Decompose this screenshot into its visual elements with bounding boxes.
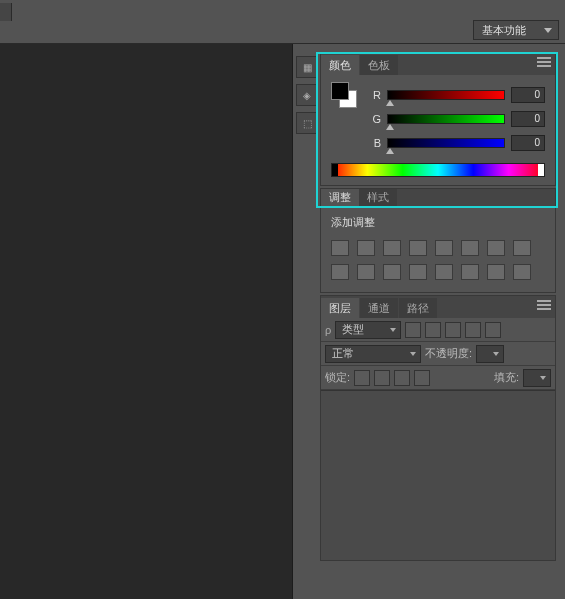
layers-blend-row: 正常 不透明度: (321, 342, 555, 366)
layers-lock-row: 锁定: 填充: (321, 366, 555, 390)
layers-filter-row: ρ 类型 (321, 318, 555, 342)
doc-tab-stub[interactable] (0, 3, 12, 21)
adjustments-panel: 调整 样式 添加调整 (320, 188, 556, 293)
lock-transparent-icon[interactable] (354, 370, 370, 386)
dock-icon-1[interactable]: ▦ (296, 56, 318, 78)
blend-mode-dropdown[interactable]: 正常 (325, 345, 421, 363)
selective-color-icon[interactable] (513, 264, 531, 280)
tab-paths[interactable]: 路径 (399, 298, 437, 318)
bw-icon[interactable] (513, 240, 531, 256)
filter-shape-icon[interactable] (465, 322, 481, 338)
fg-bg-swatch[interactable] (331, 82, 357, 108)
top-bar: 基本功能 (0, 0, 565, 44)
fill-input[interactable] (523, 369, 551, 387)
levels-icon[interactable] (357, 240, 375, 256)
brightness-contrast-icon[interactable] (331, 240, 349, 256)
exposure-icon[interactable] (409, 240, 427, 256)
vibrance-icon[interactable] (435, 240, 453, 256)
filter-adjust-icon[interactable] (425, 322, 441, 338)
b-channel-row: B 0 (331, 131, 545, 155)
color-balance-icon[interactable] (487, 240, 505, 256)
invert-icon[interactable] (409, 264, 427, 280)
r-slider[interactable] (387, 90, 505, 100)
channel-mixer-icon[interactable] (357, 264, 375, 280)
canvas-area[interactable] (0, 44, 293, 599)
spectrum-bar[interactable] (331, 163, 545, 177)
b-slider-thumb[interactable] (386, 148, 394, 154)
color-lookup-icon[interactable] (383, 264, 401, 280)
b-slider[interactable] (387, 138, 505, 148)
lock-image-icon[interactable] (374, 370, 390, 386)
tab-adjust[interactable]: 调整 (321, 189, 359, 207)
layer-list-area[interactable] (321, 390, 555, 560)
g-label: G (369, 113, 381, 125)
lock-position-icon[interactable] (394, 370, 410, 386)
b-label: B (369, 137, 381, 149)
adjust-sub-tabs: 调整 样式 (321, 189, 555, 207)
search-icon: ρ (325, 324, 331, 336)
filter-smart-icon[interactable] (485, 322, 501, 338)
layers-panel-tabs: 图层 通道 路径 (321, 296, 555, 318)
r-value-input[interactable]: 0 (511, 87, 545, 103)
tab-color[interactable]: 颜色 (321, 55, 359, 75)
opacity-label: 不透明度: (425, 346, 472, 361)
filter-type-icon[interactable] (445, 322, 461, 338)
g-slider-thumb[interactable] (386, 124, 394, 130)
threshold-icon[interactable] (461, 264, 479, 280)
dock-icon-3[interactable]: ⬚ (296, 112, 318, 134)
adjust-title: 添加调整 (331, 215, 545, 230)
workspace-dropdown[interactable]: 基本功能 (473, 20, 559, 40)
adjust-icon-row (331, 236, 545, 284)
tab-swatches[interactable]: 色板 (360, 55, 398, 75)
g-slider[interactable] (387, 114, 505, 124)
foreground-swatch[interactable] (331, 82, 349, 100)
photo-filter-icon[interactable] (331, 264, 349, 280)
hue-sat-icon[interactable] (461, 240, 479, 256)
r-label: R (369, 89, 381, 101)
layers-panel-menu-icon[interactable] (537, 300, 551, 312)
g-value-input[interactable]: 0 (511, 111, 545, 127)
collapsed-dock: ▦ ◈ ⬚ (296, 56, 318, 140)
fill-label: 填充: (494, 370, 519, 385)
color-panel: 颜色 色板 R 0 G 0 B (320, 52, 556, 186)
panel-column: 颜色 色板 R 0 G 0 B (320, 52, 556, 563)
opacity-input[interactable] (476, 345, 504, 363)
g-channel-row: G 0 (331, 107, 545, 131)
color-panel-body: R 0 G 0 B 0 (321, 75, 555, 185)
lock-all-icon[interactable] (414, 370, 430, 386)
color-panel-tabs: 颜色 色板 (321, 53, 555, 75)
r-channel-row: R 0 (331, 83, 545, 107)
gradient-map-icon[interactable] (487, 264, 505, 280)
r-slider-thumb[interactable] (386, 100, 394, 106)
tab-styles[interactable]: 样式 (359, 189, 397, 207)
adjust-body: 添加调整 (321, 207, 555, 292)
layers-panel: 图层 通道 路径 ρ 类型 正常 不透明度: 锁定: 填充: (320, 295, 556, 561)
posterize-icon[interactable] (435, 264, 453, 280)
tab-layers[interactable]: 图层 (321, 298, 359, 318)
filter-kind-dropdown[interactable]: 类型 (335, 321, 401, 339)
filter-pixel-icon[interactable] (405, 322, 421, 338)
b-value-input[interactable]: 0 (511, 135, 545, 151)
color-panel-menu-icon[interactable] (537, 57, 551, 69)
dock-icon-2[interactable]: ◈ (296, 84, 318, 106)
tab-channels[interactable]: 通道 (360, 298, 398, 318)
lock-label: 锁定: (325, 370, 350, 385)
curves-icon[interactable] (383, 240, 401, 256)
